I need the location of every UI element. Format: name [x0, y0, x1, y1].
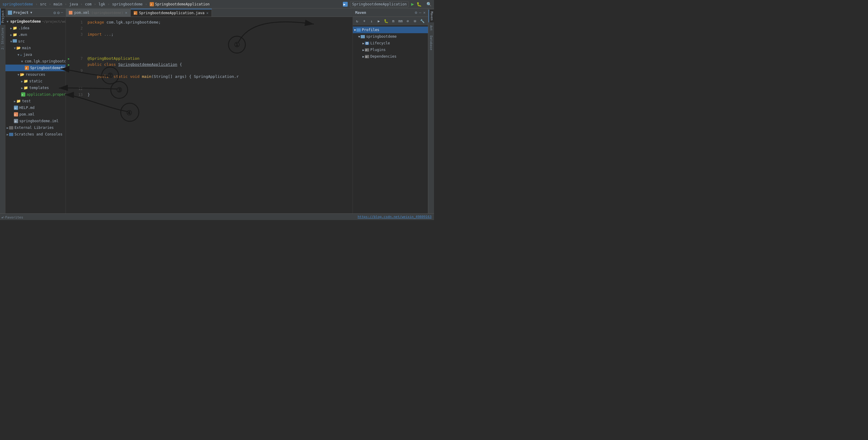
folder-icon: 📂: [16, 46, 21, 50]
maven-add-btn[interactable]: +: [361, 18, 367, 24]
tree-pom[interactable]: m pom.xml: [5, 111, 65, 118]
svg-text:J: J: [25, 67, 27, 70]
tree-templates[interactable]: ▶ 📁 templates: [5, 85, 65, 91]
run-gutter-icon[interactable]: ▶: [66, 56, 72, 62]
svg-rect-6: [13, 39, 17, 42]
tree-idea[interactable]: ▶ 📁 .idea: [5, 25, 65, 31]
svg-rect-20: [9, 133, 13, 136]
ant-sidebar-tab[interactable]: Ant: [429, 24, 433, 33]
run-gutter-icon2[interactable]: ▶: [66, 62, 72, 68]
status-url[interactable]: https://blog.csdn.net/weixin_49809163: [358, 215, 432, 219]
maven-m-btn[interactable]: m: [390, 18, 396, 24]
code-content: package com.lgk.springbootdeme; import .…: [84, 17, 352, 213]
maven-lifecycle[interactable]: ▶ Lifecycle: [353, 40, 428, 46]
code-line-1: package com.lgk.springbootdeme;: [88, 19, 349, 25]
tree-help[interactable]: M HELP.md: [5, 104, 65, 111]
tree-java[interactable]: ▼ ☕ java: [5, 51, 65, 58]
folder-icon: 📁: [13, 33, 17, 37]
svg-rect-25: [361, 35, 365, 38]
sidebar-structure-tab[interactable]: 2: Structure: [0, 26, 5, 51]
code-line-5: [88, 43, 349, 50]
tab-app-close[interactable]: ✕: [207, 11, 209, 15]
tree-app-file[interactable]: J SpringbootdemeApplication: [5, 65, 65, 71]
sync-icon[interactable]: ⚙: [54, 10, 56, 15]
panel-dropdown-arrow[interactable]: ▼: [30, 11, 32, 14]
tab-app[interactable]: J SpringbootdemeApplication.java ✕: [131, 9, 212, 17]
maven-lifecycle-label: Lifecycle: [370, 41, 390, 45]
title-lgk: lgk: [99, 2, 105, 6]
profiles-icon: [356, 28, 361, 32]
debug-button[interactable]: 🐛: [416, 2, 422, 7]
run-config-label[interactable]: SpringbootdemeApplication: [350, 1, 409, 7]
tree-test[interactable]: ▶ 📁 test: [5, 98, 65, 104]
code-line-13: }: [88, 92, 349, 98]
maven-close-icon[interactable]: ✕: [423, 10, 426, 15]
maven-run-btn[interactable]: ▶: [376, 18, 382, 24]
title-project[interactable]: springbootdeme: [2, 2, 33, 6]
favorites-tab[interactable]: ★ Favorites: [0, 215, 25, 220]
svg-rect-24: [356, 28, 361, 32]
tree-package[interactable]: ▼ com.lgk.springbootdeme: [5, 58, 65, 65]
maven-skip-btn[interactable]: ⊘: [405, 18, 411, 24]
code-line-4: [88, 37, 349, 43]
svg-rect-21: [69, 11, 72, 14]
project-panel-header: Project ▼ ⚙ ⚙ —: [5, 8, 65, 17]
tree-mvn[interactable]: ▶ 📁 .mvn: [5, 31, 65, 38]
svg-text:≡: ≡: [22, 94, 23, 96]
maven-springbootdeme[interactable]: ▼ springbootdeme: [353, 33, 428, 40]
xml-icon: m: [14, 112, 18, 117]
tab-context: (springbootdeme): [91, 11, 123, 15]
run-button[interactable]: ▶: [411, 1, 414, 7]
maven-wrench-btn[interactable]: 🔧: [419, 18, 425, 24]
minimize-icon[interactable]: —: [61, 10, 63, 15]
java-icon: J: [150, 2, 154, 6]
extlibs-icon: [9, 126, 13, 129]
svg-text:⚙: ⚙: [14, 120, 17, 123]
tree-resources[interactable]: ▼ 📂 resources: [5, 71, 65, 78]
database-sidebar-tab[interactable]: Database: [429, 34, 433, 52]
toolbar-icon: ▶: [343, 2, 348, 7]
scratches-icon: [9, 133, 13, 136]
title-src: src: [40, 2, 46, 6]
tab-pom-close[interactable]: ✕: [125, 10, 127, 15]
tree-scratches[interactable]: ▶ Scratches and Consoles: [5, 131, 65, 137]
tree-extlibs[interactable]: ▶ External Libraries: [5, 124, 65, 131]
project-icon: [8, 10, 12, 15]
settings-icon[interactable]: ⚙: [57, 10, 59, 15]
svg-text:M: M: [14, 107, 17, 109]
lifecycle-icon: [365, 42, 369, 45]
svg-text:J: J: [134, 12, 135, 15]
maven-download-btn[interactable]: ↓: [369, 18, 375, 24]
maven-profiles-label: Profiles: [362, 28, 379, 32]
svg-rect-4: [8, 10, 12, 15]
maven-refresh-btn[interactable]: ↻: [354, 18, 360, 24]
maven-collapse-btn[interactable]: ⊟: [412, 18, 418, 24]
tree-main[interactable]: ▼ 📂 main: [5, 45, 65, 51]
tab-app-label: SpringbootdemeApplication.java: [139, 11, 205, 15]
svg-text:m: m: [14, 114, 16, 116]
code-line-12: [88, 86, 349, 92]
sidebar-project-tab[interactable]: Project: [0, 8, 5, 25]
maven-settings-icon[interactable]: ⚙: [415, 10, 417, 15]
editor-gutter: ▶ ▶: [66, 17, 72, 213]
maven-header: Maven ⚙ — ✕: [353, 8, 428, 17]
tab-pom-label: pom.xml: [74, 10, 90, 15]
code-editor: ▶ ▶ 1 2 3 7: [66, 17, 352, 213]
tree-static[interactable]: ▶ 📁 static: [5, 78, 65, 85]
maven-profiles[interactable]: ▼ Profiles: [353, 27, 428, 33]
title-pkg2: springbootdeme: [112, 2, 143, 6]
maven-dependencies[interactable]: ▶ D Dependencies: [353, 53, 428, 60]
tree-root[interactable]: ▼ springbootdeme ~/project/workspace/spr…: [5, 18, 65, 25]
dependencies-icon: D: [365, 55, 369, 58]
search-button[interactable]: 🔍: [427, 2, 432, 7]
tab-pom[interactable]: pom.xml (springbootdeme) ✕: [66, 9, 131, 17]
maven-plugins[interactable]: ▶ P Plugins: [353, 46, 428, 53]
code-line-7: @SpringBootApplication: [88, 56, 349, 62]
maven-sidebar-tab[interactable]: Maven: [429, 10, 434, 22]
maven-debug-btn[interactable]: 🐛: [383, 18, 389, 24]
maven-minimize-icon[interactable]: —: [419, 10, 421, 15]
tree-src[interactable]: ▼ src: [5, 38, 65, 45]
tree-iml[interactable]: ⚙ springbootdeme.iml: [5, 118, 65, 124]
tree-appprops[interactable]: ≡ application.properties: [5, 91, 65, 98]
maven-mm-btn[interactable]: mm: [398, 18, 404, 24]
